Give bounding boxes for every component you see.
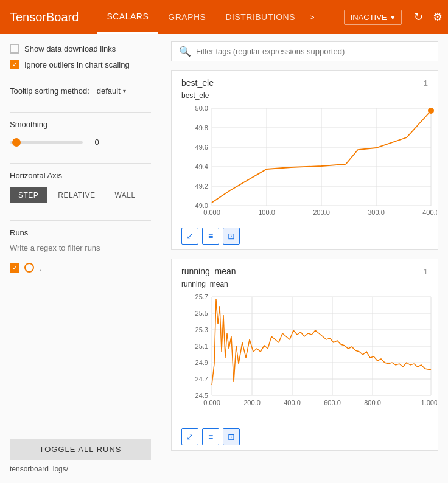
chart-count-best-ele: 1 bbox=[424, 78, 428, 88]
logo: TensorBoard bbox=[10, 10, 79, 24]
svg-text:24.7: 24.7 bbox=[195, 375, 208, 383]
main-content: 🔍 best_ele 1 best_ele bbox=[161, 34, 448, 483]
svg-text:24.9: 24.9 bbox=[195, 359, 208, 366]
axis-relative-button[interactable]: RELATIVE bbox=[49, 187, 103, 203]
axis-buttons: STEP RELATIVE WALL bbox=[10, 187, 151, 203]
zoom-running-mean-button[interactable]: ⊡ bbox=[223, 428, 240, 445]
chart-label-running-mean: running_mean bbox=[181, 280, 428, 288]
smoothing-slider[interactable] bbox=[10, 141, 83, 144]
lines-running-mean-button[interactable]: ≡ bbox=[202, 428, 219, 445]
svg-text:24.5: 24.5 bbox=[195, 392, 208, 399]
tooltip-arrow-icon: ▾ bbox=[123, 88, 126, 94]
svg-text:300.0: 300.0 bbox=[368, 209, 385, 216]
svg-text:25.3: 25.3 bbox=[195, 326, 208, 333]
filter-input[interactable] bbox=[196, 47, 430, 56]
ignore-outliers-label: Ignore outliers in chart scaling bbox=[24, 60, 130, 69]
nav-scalars[interactable]: SCALARS bbox=[97, 0, 158, 34]
zoom-chart-button[interactable]: ⊡ bbox=[223, 228, 240, 245]
svg-text:400.0: 400.0 bbox=[284, 399, 301, 406]
svg-text:200.0: 200.0 bbox=[243, 399, 261, 406]
tooltip-select[interactable]: default ▾ bbox=[94, 85, 128, 97]
tooltip-row: Tooltip sorting method: default ▾ bbox=[10, 85, 151, 97]
runs-filter-input[interactable] bbox=[10, 242, 151, 255]
sidebar-bottom: TOGGLE ALL RUNS tensorboard_logs/ bbox=[10, 439, 151, 473]
ignore-outliers-checkbox[interactable] bbox=[10, 60, 19, 69]
chart-area-running-mean: running_mean bbox=[181, 280, 428, 425]
ignore-outliers-row: Ignore outliers in chart scaling bbox=[10, 60, 151, 69]
tooltip-label: Tooltip sorting method: bbox=[10, 86, 89, 97]
svg-text:1.000k: 1.000k bbox=[421, 399, 437, 406]
chart-card-running-mean: running_mean 1 running_mean bbox=[171, 259, 438, 451]
chart-title-running-mean: running_mean bbox=[181, 266, 236, 276]
logs-path: tensorboard_logs/ bbox=[10, 465, 151, 473]
svg-text:200.0: 200.0 bbox=[313, 209, 330, 216]
expand-chart-button[interactable]: ⤢ bbox=[181, 228, 198, 245]
filter-bar: 🔍 bbox=[171, 41, 438, 61]
show-data-label: Show data download links bbox=[24, 44, 116, 54]
runs-title: Runs bbox=[10, 228, 151, 237]
header: TensorBoard SCALARS GRAPHS DISTRIBUTIONS… bbox=[0, 0, 448, 34]
inactive-label: INACTIVE bbox=[351, 13, 387, 22]
chart-count-running-mean: 1 bbox=[424, 267, 428, 276]
chart-area-best-ele: best_ele 50.0 49. bbox=[181, 91, 428, 224]
chart-title-best-ele: best_ele bbox=[181, 78, 214, 88]
smoothing-row: 0 bbox=[10, 136, 151, 148]
run-name: . bbox=[39, 263, 41, 273]
nav-graphs[interactable]: GRAPHS bbox=[158, 0, 215, 34]
run-checkbox[interactable] bbox=[10, 263, 19, 273]
tooltip-value: default bbox=[97, 86, 121, 96]
nav-distributions[interactable]: DISTRIBUTIONS bbox=[215, 0, 305, 34]
svg-text:49.6: 49.6 bbox=[195, 144, 208, 151]
svg-text:100.0: 100.0 bbox=[258, 209, 275, 216]
checkboxes-section: Show data download links Ignore outliers… bbox=[10, 44, 151, 75]
lines-chart-button[interactable]: ≡ bbox=[202, 228, 219, 245]
settings-icon[interactable]: ⚙ bbox=[433, 10, 443, 24]
slider-thumb[interactable] bbox=[12, 138, 21, 147]
chart-card-best-ele: best_ele 1 best_ele bbox=[171, 70, 438, 250]
svg-text:49.8: 49.8 bbox=[195, 124, 208, 131]
smoothing-section: Smoothing 0 bbox=[10, 120, 151, 148]
axis-wall-button[interactable]: WALL bbox=[106, 187, 144, 203]
chart-header-best-ele: best_ele 1 bbox=[181, 78, 428, 88]
sidebar: Show data download links Ignore outliers… bbox=[0, 34, 161, 483]
run-circle bbox=[24, 263, 34, 273]
svg-text:49.2: 49.2 bbox=[195, 182, 208, 190]
axis-step-button[interactable]: STEP bbox=[10, 187, 47, 203]
svg-text:600.0: 600.0 bbox=[324, 399, 341, 406]
header-icons: ↻ ⚙ ? bbox=[414, 10, 448, 24]
svg-text:25.5: 25.5 bbox=[195, 310, 208, 317]
nav: SCALARS GRAPHS DISTRIBUTIONS > bbox=[97, 0, 319, 34]
svg-text:800.0: 800.0 bbox=[364, 399, 381, 406]
toggle-all-runs-button[interactable]: TOGGLE ALL RUNS bbox=[10, 439, 151, 460]
show-data-row: Show data download links bbox=[10, 44, 151, 54]
show-data-checkbox[interactable] bbox=[10, 44, 19, 54]
divider-1 bbox=[10, 112, 151, 113]
search-icon: 🔍 bbox=[179, 46, 191, 57]
svg-text:49.4: 49.4 bbox=[195, 163, 208, 170]
svg-text:25.1: 25.1 bbox=[195, 342, 208, 350]
chart-actions-best-ele: ⤢ ≡ ⊡ bbox=[181, 228, 428, 245]
svg-text:0.000: 0.000 bbox=[203, 399, 220, 406]
chart-header-running-mean: running_mean 1 bbox=[181, 266, 428, 276]
chart-label-best-ele: best_ele bbox=[181, 91, 428, 100]
divider-3 bbox=[10, 220, 151, 221]
horizontal-axis-section: Horizontal Axis STEP RELATIVE WALL bbox=[10, 171, 151, 206]
nav-more[interactable]: > bbox=[305, 0, 320, 34]
run-item: . bbox=[10, 263, 151, 273]
svg-text:0.000: 0.000 bbox=[203, 209, 220, 216]
refresh-icon[interactable]: ↻ bbox=[414, 10, 423, 24]
smoothing-title: Smoothing bbox=[10, 120, 151, 129]
layout: Show data download links Ignore outliers… bbox=[0, 34, 448, 483]
inactive-dropdown[interactable]: INACTIVE ▾ bbox=[344, 10, 402, 25]
chart-svg-best-ele: 50.0 49.8 49.6 49.4 49.2 49.0 0.000 100.… bbox=[181, 102, 437, 224]
runs-section: Runs . bbox=[10, 228, 151, 273]
svg-text:50.0: 50.0 bbox=[195, 105, 208, 112]
dropdown-arrow-icon: ▾ bbox=[391, 13, 395, 22]
svg-text:400.0: 400.0 bbox=[422, 209, 437, 216]
horizontal-axis-title: Horizontal Axis bbox=[10, 171, 151, 180]
svg-text:25.7: 25.7 bbox=[195, 293, 208, 301]
divider-2 bbox=[10, 163, 151, 164]
smoothing-value[interactable]: 0 bbox=[88, 136, 106, 148]
expand-running-mean-button[interactable]: ⤢ bbox=[181, 428, 198, 445]
chart-svg-running-mean: 25.7 25.5 25.3 25.1 24.9 24.7 24.5 0.000… bbox=[181, 291, 437, 425]
